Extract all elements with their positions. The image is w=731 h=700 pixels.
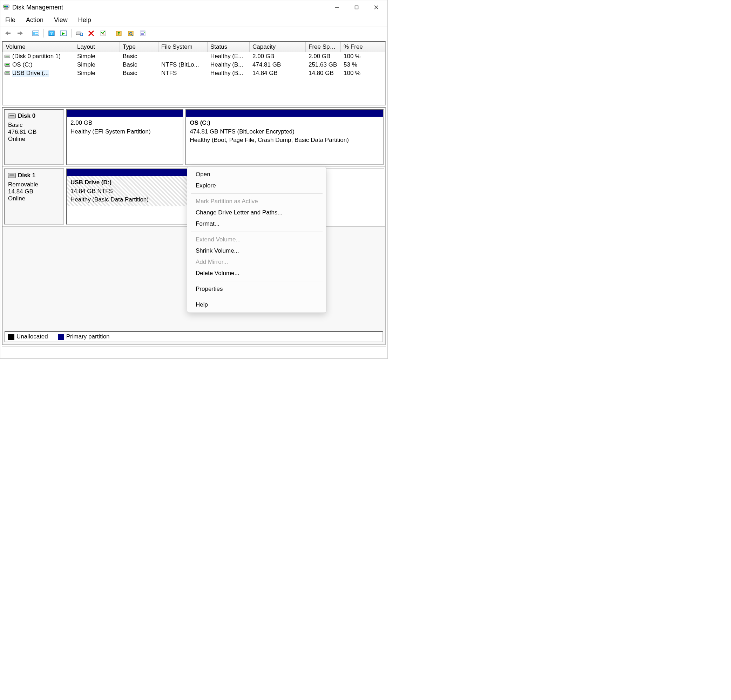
volume-layout: Simple [74,52,120,61]
menu-item[interactable]: Delete Volume... [187,268,326,279]
menu-separator [191,297,323,297]
app-window: Disk Management File Action View Help [0,0,388,359]
disk-icon [8,114,16,119]
disk-icon [4,55,10,58]
volume-free: 2.00 GB [306,52,341,61]
menu-item[interactable]: Open [187,169,326,180]
options-icon[interactable] [138,28,148,38]
legend-primary: Primary partition [66,333,110,340]
volume-row[interactable]: USB Drive (... Simple Basic NTFS Healthy… [3,69,385,78]
col-status[interactable]: Status [208,42,250,52]
partition-header-bar [67,110,183,117]
svg-rect-1 [4,6,6,7]
volume-pctfree: 53 % [341,61,385,69]
upload-icon[interactable] [114,28,124,38]
partition-line1: 2.00 GB [70,120,92,126]
volume-columns: Volume Layout Type File System Status Ca… [3,42,385,52]
menu-separator [191,193,323,194]
col-layout[interactable]: Layout [74,42,120,52]
svg-rect-8 [8,32,10,34]
menu-item[interactable]: Shrink Volume... [187,245,326,256]
volume-name: (Disk 0 partition 1) [12,53,61,60]
volume-type: Basic [120,69,159,78]
disk-size: 476.81 GB [8,129,60,136]
volume-free: 251.63 GB [306,61,341,69]
svg-rect-13 [35,34,38,35]
partition-line1: 14.84 GB NTFS [70,188,113,195]
close-button[interactable] [366,1,386,14]
disk-status: Online [8,136,60,143]
menu-action[interactable]: Action [25,16,44,25]
title-bar: Disk Management [0,0,388,15]
disk-info[interactable]: Disk 0 Basic 476.81 GB Online [4,109,64,165]
menu-separator [191,281,323,281]
volume-type: Basic [120,61,159,69]
menu-file[interactable]: File [4,16,16,25]
menu-item[interactable]: Change Drive Letter and Paths... [187,207,326,218]
help-button[interactable]: ? [47,28,56,38]
partition-box[interactable]: OS (C:) 474.81 GB NTFS (BitLocker Encryp… [185,109,384,165]
volume-row[interactable]: OS (C:) Simple Basic NTFS (BitLo... Heal… [3,61,385,69]
disk-name: Disk 0 [18,113,35,120]
show-hide-tree-button[interactable] [31,28,41,38]
refresh-disk-button[interactable] [74,28,84,38]
partition-title: USB Drive (D:) [70,179,112,186]
menu-item[interactable]: Properties [187,283,326,294]
window-title: Disk Management [12,4,63,11]
back-button[interactable] [3,28,13,38]
maximize-button[interactable] [347,1,366,14]
separator [28,29,28,38]
svg-rect-12 [35,32,38,33]
partition-line2: Healthy (EFI System Partition) [70,128,151,135]
volume-name: OS (C:) [12,61,32,68]
disk-icon [4,72,10,75]
menu-item[interactable]: Format... [187,218,326,230]
volume-layout: Simple [74,61,120,69]
col-capacity[interactable]: Capacity [250,42,306,52]
menu-help[interactable]: Help [78,16,92,25]
menu-item[interactable]: Explore [187,180,326,191]
svg-rect-9 [18,32,21,34]
swatch-unallocated-icon [8,334,15,340]
legend: Unallocated Primary partition [4,331,383,342]
legend-unallocated: Unallocated [16,333,48,340]
minimize-button[interactable] [327,1,347,14]
properties-button[interactable] [98,28,108,38]
status-bar [2,347,386,357]
col-volume[interactable]: Volume [3,42,74,52]
toolbar: ? [0,26,388,40]
col-type[interactable]: Type [120,42,159,52]
col-pctfree[interactable]: % Free [341,42,385,52]
partition-header-bar [186,110,383,117]
volume-fs: NTFS (BitLo... [159,61,208,69]
partition-title: OS (C:) [190,120,210,126]
col-filesystem[interactable]: File System [159,42,208,52]
svg-line-20 [82,35,83,36]
disk-icon [4,63,10,67]
volume-pctfree: 100 % [341,52,385,61]
volume-capacity: 2.00 GB [250,52,306,61]
volume-status: Healthy (B... [208,61,250,69]
disk-basic: Removable [8,181,60,188]
search-folder-icon[interactable] [126,28,136,38]
menu-item[interactable]: Help [187,299,326,310]
partition-line2: Healthy (Boot, Page File, Crash Dump, Ba… [190,137,349,143]
delete-icon[interactable] [86,28,96,38]
partition-line2: Healthy (Basic Data Partition) [70,196,149,203]
menu-view[interactable]: View [53,16,68,25]
action-list-button[interactable] [59,28,68,38]
separator [71,29,72,38]
context-menu: OpenExploreMark Partition as ActiveChang… [187,166,326,313]
menu-item: Extend Volume... [187,234,326,245]
separator [44,29,44,38]
svg-marker-17 [62,32,65,35]
col-free[interactable]: Free Spa... [306,42,341,52]
volume-row[interactable]: (Disk 0 partition 1) Simple Basic Health… [3,52,385,61]
disk-icon [8,173,16,178]
disk-info[interactable]: Disk 1 Removable 14.84 GB Online [4,168,64,225]
forward-button[interactable] [15,28,25,38]
volume-type: Basic [120,52,159,61]
disk-row: Disk 0 Basic 476.81 GB Online 2.00 GB He… [3,108,385,167]
disk-row: Disk 1 Removable 14.84 GB Online USB Dri… [3,167,385,227]
partition-box[interactable]: 2.00 GB Healthy (EFI System Partition) [66,109,183,165]
